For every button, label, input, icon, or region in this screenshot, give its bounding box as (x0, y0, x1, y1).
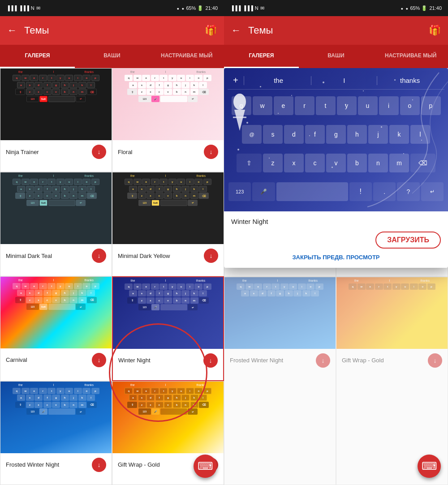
theme-card-carnival[interactable]: theIthanks qwertyuiop asdfghjkl ⇧zxcvbnm… (0, 276, 112, 381)
time-left: 21:40 (205, 5, 218, 11)
key-r[interactable]: r (295, 96, 314, 115)
download-teal[interactable]: ↓ (92, 249, 106, 263)
key-f[interactable]: f (305, 125, 325, 144)
status-bar-left: ▐▐▐ ▐▐▐ N ✉ ⬥ ⬥ 65% 🔋 21:40 (0, 0, 224, 16)
keyboard-float-button[interactable]: ⌨ (194, 455, 217, 478)
theme-card-floral[interactable]: theIthanks qwertyuiop asdfghjkl ⇧zxcvbnm… (112, 68, 224, 172)
status-right-right-icons: ⬥ ⬥ 65% 🔋 21:40 (401, 5, 442, 11)
suggestion-the[interactable]: the (250, 77, 308, 84)
theme-card-frosted[interactable]: theIthanks qwertyuiop asdfghjkl ⇧zxcvbnm… (0, 381, 112, 485)
download-carnival[interactable]: ↓ (92, 353, 106, 367)
status-left-icons: ▐▐▐ ▐▐▐ N ✉ (6, 5, 40, 11)
preview-actions: ЗАГРУЗИТЬ ЗАКРЫТЬ ПРЕДВ. ПРОСМОТР (224, 232, 448, 268)
key-space[interactable] (276, 182, 348, 201)
wifi-icon-r: ▐▐▐ (242, 5, 253, 11)
preview-theme-name: Winter Night (231, 218, 268, 225)
theme-label-teal: Minimal Dark Teal ↓ (0, 244, 112, 267)
battery-level: ⬥ 65% 🔋 (181, 5, 203, 11)
theme-card-gold-r[interactable]: theIthanks qwertyuiop Gift Wrap - Gold ↓ (336, 277, 448, 485)
keyboard-float-button-right[interactable]: ⌨ (418, 455, 441, 478)
download-floral[interactable]: ↓ (204, 145, 218, 159)
back-button-left[interactable]: ← (7, 25, 17, 36)
right-phone: ▐▐▐ ▐▐▐ N ✉ ⬥ ⬥ 65% 🔋 21:40 ← Темы 🎁 ГАЛ… (224, 0, 448, 485)
theme-card-winter[interactable]: theIthanks qwertyuiop asdfghjkl ⇧zxcvbnm… (112, 276, 224, 381)
plus-icon[interactable]: + (233, 75, 238, 86)
svg-point-0 (233, 94, 246, 110)
key-v[interactable]: v (326, 154, 346, 172)
download-frosted[interactable]: ↓ (92, 458, 106, 472)
tab-yours-left[interactable]: ВАШИ (75, 45, 150, 68)
tab-gallery-left[interactable]: ГАЛЕРЕЯ (0, 45, 75, 68)
message-icon-r: ✉ (260, 5, 264, 11)
status-right-left-icons: ▐▐▐ ▐▐▐ N ✉ (230, 5, 264, 11)
key-shift[interactable]: ⇧ (237, 154, 262, 172)
theme-card-yellow[interactable]: theIthanks qwertyuiop asdfghjkl ⇧zxcvbnm… (112, 172, 224, 276)
status-bar-right: ▐▐▐ ▐▐▐ N ✉ ⬥ ⬥ 65% 🔋 21:40 (224, 0, 448, 16)
nfc-icon-r: N (255, 5, 258, 11)
wifi-icon: ▐▐▐ (18, 5, 29, 11)
nfc-icon: N (31, 5, 34, 11)
theme-label-yellow: Minimal Dark Yellow ↓ (112, 244, 224, 267)
key-s[interactable]: s (263, 125, 283, 144)
download-ninja[interactable]: ↓ (92, 145, 106, 159)
signal-icon-r: ▐▐▐ (230, 5, 241, 11)
tab-custom-left[interactable]: НАСТРАИВАЕ МЫЙ (149, 45, 224, 68)
theme-label-frosted-r: Frosted Winter Night ↓ (224, 349, 336, 372)
themes-grid-right: theIthanks qwertyuiop asdfghjkl zxcvbnm … (224, 68, 448, 485)
theme-label-floral: Floral ↓ (112, 140, 224, 163)
key-z[interactable]: z (263, 154, 283, 172)
close-preview-button[interactable]: ЗАКРЫТЬ ПРЕДВ. ПРОСМОТР (231, 254, 441, 261)
download-large-button[interactable]: ЗАГРУЗИТЬ (375, 232, 441, 249)
signal-icon: ▐▐▐ (6, 5, 17, 11)
theme-card-ninja[interactable]: theIthanks qwertyuiop asdfghjkl ⇧zxcvbnm… (0, 68, 112, 172)
preview-keyboard: + the I thanks q w e r t (224, 68, 448, 211)
key-x[interactable]: x (284, 154, 304, 172)
download-winter[interactable]: ↓ (203, 353, 218, 368)
time-right: 21:40 (429, 5, 442, 11)
tab-yours-right[interactable]: ВАШИ (299, 45, 374, 68)
status-right-icons: ⬥ ⬥ 65% 🔋 21:40 (177, 5, 218, 11)
key-123[interactable]: 123 (228, 182, 251, 201)
toolbar-right: ← Темы 🎁 (224, 16, 448, 45)
tab-custom-right[interactable]: НАСТРАИВАЕ МЫЙ (373, 45, 448, 68)
preview-overlay: + the I thanks q w e r t (224, 68, 448, 268)
theme-label-frosted: Frosted Winter Night ↓ (0, 453, 112, 476)
download-frosted-r[interactable]: ↓ (316, 353, 330, 368)
tabs-left: ГАЛЕРЕЯ ВАШИ НАСТРАИВАЕ МЫЙ (0, 45, 224, 68)
tab-gallery-right[interactable]: ГАЛЕРЕЯ (224, 45, 299, 68)
theme-label-gold-r: Gift Wrap - Gold ↓ (336, 349, 448, 372)
bluetooth-icon-r: ⬥ (401, 5, 404, 11)
toolbar-left: ← Темы 🎁 (0, 16, 224, 45)
key-c[interactable]: c (305, 154, 325, 172)
page-title-right: Темы (248, 25, 429, 36)
left-phone: ▐▐▐ ▐▐▐ N ✉ ⬥ ⬥ 65% 🔋 21:40 ← Темы 🎁 ГАЛ… (0, 0, 224, 485)
gift-icon-right[interactable]: 🎁 (429, 25, 441, 36)
download-gold-r[interactable]: ↓ (428, 353, 442, 368)
message-icon: ✉ (36, 5, 40, 11)
svg-marker-1 (234, 110, 245, 131)
bluetooth-icon: ⬥ (177, 5, 180, 11)
key-g[interactable]: g (326, 125, 346, 144)
theme-label-carnival: Carnival ↓ (0, 348, 112, 372)
theme-label-ninja: Ninja Trainer ↓ (0, 140, 112, 163)
theme-label-winter: Winter Night ↓ (113, 349, 223, 372)
themes-grid-left: theIthanks qwertyuiop asdfghjkl ⇧zxcvbnm… (0, 68, 224, 485)
page-title-left: Темы (24, 25, 205, 36)
key-t[interactable]: t (316, 96, 336, 115)
back-button-right[interactable]: ← (231, 25, 241, 36)
key-d[interactable]: d (284, 125, 304, 144)
tabs-right: ГАЛЕРЕЯ ВАШИ НАСТРАИВАЕ МЫЙ (224, 45, 448, 68)
key-w[interactable]: w (253, 96, 272, 115)
key-e[interactable]: e (274, 96, 293, 115)
preview-title-bar: Winter Night (224, 211, 448, 232)
theme-card-frosted-r[interactable]: theIthanks qwertyuiop asdfghjkl Frosted … (224, 277, 336, 485)
theme-card-teal[interactable]: theIthanks qwertyuiop asdfghjkl ⇧zxcvbnm… (0, 172, 112, 276)
battery-level-r: ⬥ 65% 🔋 (405, 5, 427, 11)
download-yellow[interactable]: ↓ (204, 249, 218, 263)
key-y[interactable]: y (337, 96, 357, 115)
gift-icon-left[interactable]: 🎁 (205, 25, 217, 36)
key-mic[interactable]: 🎤 (252, 182, 275, 201)
